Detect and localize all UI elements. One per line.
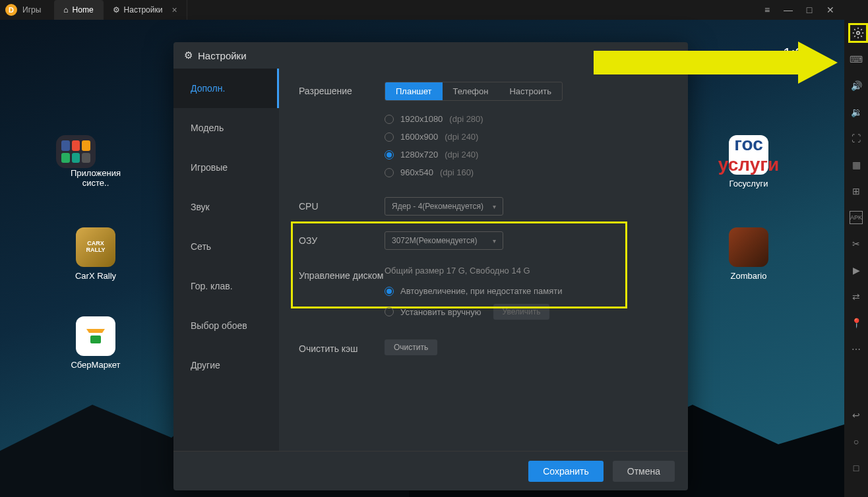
- disk-info: Общий размер 17 G, Свободно 14 G: [385, 266, 668, 276]
- select-value: 3072M(Рекомендуется): [392, 236, 477, 245]
- sidebar-item-label: Выбор обоев: [191, 320, 247, 331]
- radio-icon: [385, 150, 394, 160]
- keyboard-icon[interactable]: ⌨: [850, 53, 863, 66]
- select-value: Ядер - 4(Рекомендуется): [392, 202, 483, 211]
- cpu-select[interactable]: Ядер - 4(Рекомендуется)▾: [385, 197, 503, 216]
- sidebar-item-label: Звук: [191, 202, 210, 212]
- arrow-annotation: [594, 42, 844, 84]
- sidebar-item-label: Игровые: [191, 162, 228, 173]
- recent-icon[interactable]: □: [850, 461, 863, 475]
- back-icon[interactable]: ↩: [850, 409, 863, 422]
- tab-label: Home: [73, 5, 94, 15]
- res-option-720[interactable]: 1280x720(dpi 240): [385, 146, 668, 163]
- chevron-down-icon: ▾: [493, 237, 496, 245]
- sidebar-item-game[interactable]: Игровые: [173, 148, 279, 187]
- app-logo: D: [5, 4, 17, 16]
- fullscreen-icon[interactable]: ⛶: [850, 132, 863, 145]
- icon-label: CarX Rally: [56, 271, 135, 281]
- tab-settings[interactable]: ⚙ Настройки ×: [104, 0, 187, 20]
- volume-down-icon[interactable]: 🔉: [850, 105, 863, 119]
- chevron-down-icon: ▾: [493, 203, 496, 210]
- right-toolbar: ⌨ 🔊 🔉 ⛶ ▦ ⊞ APK ✂ ▶ ⇄ 📍 ⋯ ↩ ○ □: [844, 0, 868, 497]
- close-window-icon[interactable]: ✕: [826, 5, 835, 15]
- settings-content: Разрешение Планшет Телефон Настроить 192…: [279, 69, 688, 451]
- res-option-540[interactable]: 960x540(dpi 160): [385, 163, 668, 181]
- home-icon: ⌂: [63, 5, 68, 15]
- res-option-1080[interactable]: 1920x1080(dpi 280): [385, 110, 668, 128]
- sync-icon[interactable]: ⇄: [850, 290, 863, 303]
- icon-label: Приложения систе..: [56, 168, 135, 188]
- location-icon[interactable]: 📍: [850, 316, 863, 330]
- mode-phone[interactable]: Телефон: [443, 82, 499, 100]
- tab-home[interactable]: ⌂ Home: [54, 0, 103, 20]
- sidebar-item-other[interactable]: Другие: [173, 345, 279, 385]
- desktop-icon-zomb[interactable]: Zombario: [709, 227, 788, 281]
- clear-cache-button[interactable]: Очистить: [385, 339, 437, 355]
- ram-select[interactable]: 3072M(Рекомендуется)▾: [385, 231, 503, 250]
- sidebar-item-advanced[interactable]: Дополн.: [173, 69, 279, 108]
- gear-icon: ⚙: [113, 5, 120, 15]
- scissors-icon[interactable]: ✂: [850, 237, 863, 250]
- settings-modal: ⚙ Настройки Дополн. Модель Игровые Звук …: [173, 42, 688, 490]
- modal-title: Настройки: [198, 50, 247, 61]
- radio-icon: [385, 307, 394, 316]
- sidebar-item-hotkeys[interactable]: Гор. клав.: [173, 266, 279, 306]
- res-value: 1600x900: [400, 132, 438, 142]
- sidebar-item-sound[interactable]: Звук: [173, 187, 279, 227]
- disk-label: Управление диском: [299, 266, 385, 281]
- sidebar-item-label: Модель: [191, 123, 224, 133]
- sidebar-item-label: Другие: [191, 360, 220, 370]
- desktop-icon-sber[interactable]: СберМаркет: [56, 316, 135, 370]
- settings-gear-highlighted[interactable]: [848, 23, 868, 43]
- disk-manual-option[interactable]: Установить вручнуюУвеличить: [385, 300, 668, 324]
- mode-tablet[interactable]: Планшет: [385, 82, 443, 100]
- dpi-value: (dpi 280): [449, 114, 483, 124]
- res-value: 960x540: [400, 167, 433, 177]
- disk-auto-option[interactable]: Автоувеличение, при недостатке памяти: [385, 282, 668, 300]
- home-icon[interactable]: ○: [850, 435, 863, 448]
- cancel-button[interactable]: Отмена: [613, 461, 675, 482]
- multi-instance-icon[interactable]: ⊞: [850, 185, 863, 198]
- desktop-icon-carx[interactable]: CARXRALLY CarX Rally: [56, 227, 135, 281]
- icon-label: Госуслуги: [709, 179, 788, 189]
- keymap-icon[interactable]: ▦: [850, 158, 863, 171]
- titlebar: D Игры ⌂ Home ⚙ Настройки × ≡ — □ ✕: [0, 0, 844, 20]
- maximize-icon[interactable]: □: [805, 5, 814, 15]
- resolution-label: Разрешение: [299, 82, 385, 96]
- folder-icon: [56, 135, 96, 168]
- svg-point-1: [857, 32, 860, 35]
- radio-icon: [385, 287, 394, 296]
- modal-footer: Сохранить Отмена: [173, 451, 688, 490]
- sidebar-item-network[interactable]: Сеть: [173, 227, 279, 266]
- option-label: Автоувеличение, при недостатке памяти: [400, 286, 562, 296]
- icon-label: СберМаркет: [56, 360, 135, 370]
- resolution-mode-segment: Планшет Телефон Настроить: [385, 82, 563, 101]
- cpu-label: CPU: [299, 197, 385, 212]
- app-icon: [76, 316, 115, 356]
- ram-label: ОЗУ: [299, 231, 385, 246]
- apk-icon[interactable]: APK: [850, 211, 863, 224]
- option-label: Установить вручную: [400, 307, 481, 317]
- sidebar-item-model[interactable]: Модель: [173, 108, 279, 148]
- settings-sidebar: Дополн. Модель Игровые Звук Сеть Гор. кл…: [173, 69, 279, 451]
- record-icon[interactable]: ▶: [850, 264, 863, 277]
- close-icon[interactable]: ×: [171, 5, 177, 15]
- sidebar-item-wallpaper[interactable]: Выбор обоев: [173, 306, 279, 345]
- save-button[interactable]: Сохранить: [528, 461, 604, 482]
- menu-icon[interactable]: ≡: [762, 5, 772, 15]
- res-value: 1920x1080: [400, 114, 443, 124]
- desktop: 1:30 Приложения систе.. CARXRALLY CarX R…: [0, 20, 844, 497]
- dpi-value: (dpi 240): [445, 150, 478, 160]
- volume-up-icon[interactable]: 🔊: [850, 79, 863, 92]
- desktop-icon-sysapps[interactable]: Приложения систе..: [56, 135, 135, 188]
- app-title: Игры: [22, 5, 54, 15]
- enlarge-button[interactable]: Увеличить: [493, 304, 550, 320]
- radio-icon: [385, 132, 394, 142]
- desktop-icon-gos[interactable]: госуслуги Госуслуги: [709, 135, 788, 189]
- res-option-900[interactable]: 1600x900(dpi 240): [385, 128, 668, 146]
- minimize-icon[interactable]: —: [784, 5, 793, 15]
- more-icon[interactable]: ⋯: [850, 343, 863, 356]
- radio-icon: [385, 115, 394, 124]
- mode-custom[interactable]: Настроить: [499, 82, 562, 100]
- sidebar-item-label: Дополн.: [191, 83, 225, 94]
